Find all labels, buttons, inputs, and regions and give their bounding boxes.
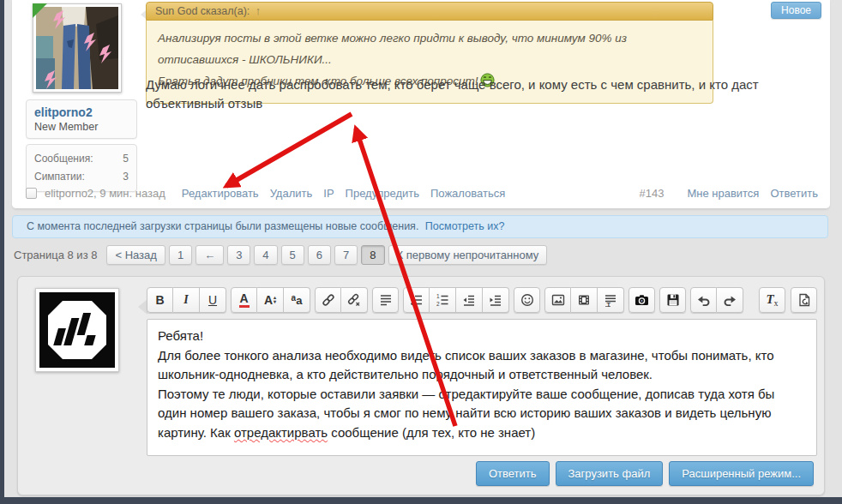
link-icon bbox=[322, 293, 335, 307]
forum-post: elitporno2 New Member Сообщения: 5 Симпа… bbox=[12, 0, 830, 209]
font-family-button[interactable]: aa bbox=[284, 287, 310, 313]
current-user-avatar[interactable] bbox=[35, 288, 119, 372]
author-stats-panel: Сообщения: 5 Симпатии: 3 bbox=[26, 144, 137, 192]
page-ellipsis-button[interactable]: ← bbox=[195, 245, 224, 265]
outdent-icon bbox=[462, 293, 476, 307]
stat-row-messages: Сообщения: 5 bbox=[34, 150, 129, 168]
text-color-button[interactable]: A bbox=[231, 287, 257, 313]
insert-link-button[interactable] bbox=[315, 287, 341, 313]
remove-formatting-icon: Tx bbox=[766, 292, 778, 308]
report-link[interactable]: Пожаловаться bbox=[430, 187, 505, 200]
quote-icon: T bbox=[604, 293, 617, 307]
bbcode-editor-toggle-button[interactable] bbox=[791, 287, 817, 313]
new-post-corner-marker bbox=[33, 3, 47, 18]
page-button-6[interactable]: 6 bbox=[308, 245, 331, 265]
post-number[interactable]: #143 bbox=[639, 187, 664, 200]
page-toggle-icon bbox=[797, 293, 811, 307]
image-icon bbox=[551, 293, 565, 307]
prev-page-button[interactable]: < Назад bbox=[106, 245, 165, 265]
post-select-checkbox[interactable] bbox=[26, 188, 37, 199]
bullet-list-button[interactable] bbox=[403, 287, 430, 313]
upload-file-button[interactable]: Загрузить файл bbox=[556, 461, 664, 486]
avatar-photo bbox=[36, 7, 118, 89]
outdent-button[interactable] bbox=[456, 287, 483, 313]
quote-attribution: Sun God сказал(а): bbox=[155, 5, 250, 17]
page-button-5[interactable]: 5 bbox=[281, 245, 304, 265]
unlink-button[interactable] bbox=[341, 287, 368, 313]
text-color-icon: A bbox=[239, 292, 250, 308]
svg-text:1: 1 bbox=[436, 293, 440, 299]
bold-button[interactable]: B bbox=[147, 287, 173, 313]
screenshot-button[interactable] bbox=[628, 287, 655, 313]
delete-link[interactable]: Удалить bbox=[270, 187, 313, 200]
warn-link[interactable]: Предупредить bbox=[346, 187, 419, 200]
quote-jump-arrow[interactable]: ↑ bbox=[256, 5, 261, 17]
font-size-icon: A▴▾ bbox=[264, 293, 276, 307]
smilies-button[interactable] bbox=[514, 287, 540, 313]
remove-formatting-button[interactable]: Tx bbox=[759, 287, 785, 313]
advanced-mode-button[interactable]: Расширенный режим... bbox=[669, 461, 814, 486]
alignment-button[interactable] bbox=[372, 287, 399, 313]
author-username-link[interactable]: elitporno2 bbox=[34, 105, 129, 119]
redo-arrow-icon bbox=[723, 293, 737, 307]
page-button-3[interactable]: 3 bbox=[227, 245, 250, 265]
like-link[interactable]: Мне нравится bbox=[687, 187, 759, 200]
font-family-icon: aa bbox=[292, 293, 303, 307]
page-button-7[interactable]: 7 bbox=[334, 245, 358, 265]
submit-reply-button[interactable]: Ответить bbox=[476, 461, 550, 486]
insert-quote-button[interactable]: T bbox=[598, 287, 624, 313]
post-meta-date[interactable]: elitporno2, 9 мин. назад bbox=[45, 187, 165, 200]
quote-header[interactable]: Sun God сказал(а): ↑ bbox=[146, 2, 713, 21]
edit-link[interactable]: Редактировать bbox=[182, 187, 259, 200]
undo-button[interactable] bbox=[690, 287, 717, 313]
ip-link[interactable]: IP bbox=[323, 187, 334, 200]
save-draft-button[interactable] bbox=[659, 287, 686, 313]
font-size-button[interactable]: A▴▾ bbox=[257, 287, 284, 313]
misspelled-word: отредактирвать bbox=[234, 425, 328, 440]
insert-media-button[interactable] bbox=[571, 287, 598, 313]
numbered-list-icon: 12 bbox=[436, 293, 449, 307]
new-messages-notice: С момента последней загрузки страницы бы… bbox=[12, 215, 828, 238]
editor-toolbar: B I U A A▴▾ aa bbox=[147, 287, 817, 313]
insert-image-button[interactable] bbox=[544, 287, 571, 313]
bottom-edge-strip bbox=[0, 497, 842, 504]
page-button-4[interactable]: 4 bbox=[254, 245, 277, 265]
undo-arrow-icon bbox=[696, 293, 711, 307]
post-author-avatar[interactable] bbox=[33, 3, 122, 93]
underline-button[interactable]: U bbox=[200, 287, 226, 313]
notice-text: С момента последней загрузки страницы бы… bbox=[27, 220, 418, 232]
bullet-list-icon bbox=[410, 293, 424, 307]
indent-button[interactable] bbox=[483, 287, 509, 313]
svg-text:2: 2 bbox=[436, 301, 440, 307]
forum-page: elitporno2 New Member Сообщения: 5 Симпа… bbox=[0, 0, 842, 504]
svg-text:T: T bbox=[607, 301, 611, 308]
unlink-icon bbox=[347, 293, 361, 307]
redo-button[interactable] bbox=[717, 287, 743, 313]
post-action-bar: elitporno2, 9 мин. назад Редактировать У… bbox=[26, 187, 818, 200]
reply-link[interactable]: Ответить bbox=[770, 187, 818, 200]
author-info-panel: elitporno2 New Member bbox=[26, 99, 137, 139]
avatar-logo bbox=[39, 292, 115, 368]
quick-reply-panel: B I U A A▴▾ aa bbox=[17, 276, 825, 495]
reply-button-row: Ответить Загрузить файл Расширенный режи… bbox=[476, 461, 814, 486]
pagination-bar: Страница 8 из 8 < Назад 1 ← 3 4 5 6 7 8 … bbox=[14, 245, 547, 265]
stat-row-likes: Симпатии: 3 bbox=[34, 168, 129, 186]
smiley-icon bbox=[520, 293, 534, 307]
new-posts-button[interactable]: Новое bbox=[771, 2, 821, 19]
numbered-list-button[interactable]: 12 bbox=[430, 287, 456, 313]
align-left-icon bbox=[379, 293, 393, 307]
italic-button[interactable]: I bbox=[173, 287, 200, 313]
reply-text-editor[interactable]: Ребята! Для более тонкого анализа необхо… bbox=[147, 319, 817, 456]
first-unread-button[interactable]: К первому непрочитанному bbox=[388, 245, 548, 265]
page-button-8-current[interactable]: 8 bbox=[361, 245, 384, 265]
view-new-messages-link[interactable]: Посмотреть их? bbox=[425, 220, 505, 232]
film-icon bbox=[577, 293, 591, 307]
indent-icon bbox=[489, 293, 502, 307]
stat-value: 3 bbox=[123, 168, 129, 186]
editor-line-3: Поэтому те люди, которые оставили заявки… bbox=[158, 385, 806, 443]
quote-text-line1: Анализируя посты в этой ветке можно легк… bbox=[158, 32, 627, 66]
page-indicator: Страница 8 из 8 bbox=[14, 249, 97, 261]
page-button-1[interactable]: 1 bbox=[169, 245, 192, 265]
editor-line-2: Для более тонкого анализа необходимо вид… bbox=[158, 346, 806, 385]
stat-value: 5 bbox=[123, 150, 129, 168]
